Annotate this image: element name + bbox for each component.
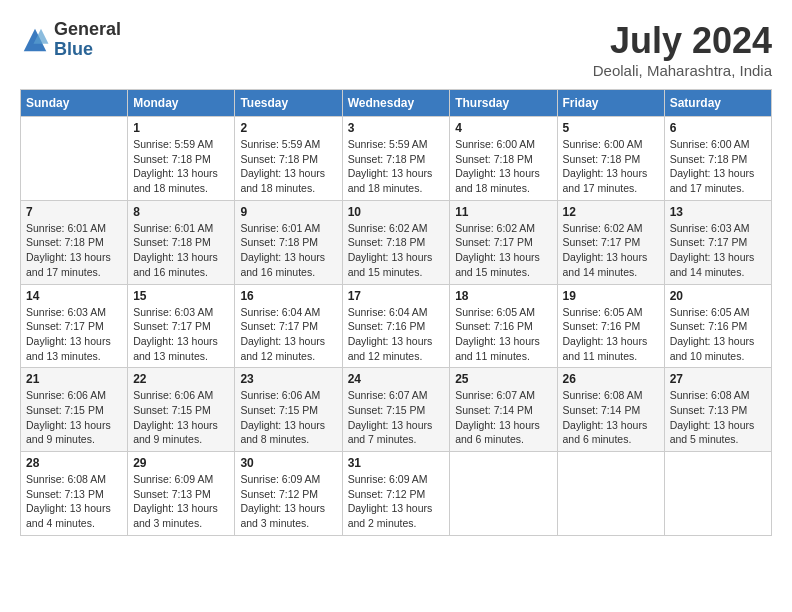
day-number: 7 xyxy=(26,205,122,219)
calendar-cell: 24Sunrise: 6:07 AM Sunset: 7:15 PM Dayli… xyxy=(342,368,450,452)
calendar-cell xyxy=(450,452,557,536)
day-info: Sunrise: 6:07 AM Sunset: 7:14 PM Dayligh… xyxy=(455,388,551,447)
day-number: 22 xyxy=(133,372,229,386)
calendar-cell: 9Sunrise: 6:01 AM Sunset: 7:18 PM Daylig… xyxy=(235,200,342,284)
title-area: July 2024 Deolali, Maharashtra, India xyxy=(593,20,772,79)
day-info: Sunrise: 6:02 AM Sunset: 7:18 PM Dayligh… xyxy=(348,221,445,280)
location: Deolali, Maharashtra, India xyxy=(593,62,772,79)
day-number: 13 xyxy=(670,205,766,219)
calendar-week-row: 14Sunrise: 6:03 AM Sunset: 7:17 PM Dayli… xyxy=(21,284,772,368)
calendar-cell: 21Sunrise: 6:06 AM Sunset: 7:15 PM Dayli… xyxy=(21,368,128,452)
day-info: Sunrise: 6:00 AM Sunset: 7:18 PM Dayligh… xyxy=(455,137,551,196)
day-number: 30 xyxy=(240,456,336,470)
day-number: 19 xyxy=(563,289,659,303)
day-info: Sunrise: 6:02 AM Sunset: 7:17 PM Dayligh… xyxy=(455,221,551,280)
weekday-header: Saturday xyxy=(664,90,771,117)
logo: General Blue xyxy=(20,20,121,60)
day-number: 4 xyxy=(455,121,551,135)
day-info: Sunrise: 6:00 AM Sunset: 7:18 PM Dayligh… xyxy=(670,137,766,196)
logo-line2: Blue xyxy=(54,40,121,60)
calendar-week-row: 28Sunrise: 6:08 AM Sunset: 7:13 PM Dayli… xyxy=(21,452,772,536)
calendar-cell: 20Sunrise: 6:05 AM Sunset: 7:16 PM Dayli… xyxy=(664,284,771,368)
day-number: 11 xyxy=(455,205,551,219)
calendar-cell: 18Sunrise: 6:05 AM Sunset: 7:16 PM Dayli… xyxy=(450,284,557,368)
calendar-cell: 22Sunrise: 6:06 AM Sunset: 7:15 PM Dayli… xyxy=(128,368,235,452)
month-year: July 2024 xyxy=(593,20,772,62)
logo-icon xyxy=(20,25,50,55)
day-number: 25 xyxy=(455,372,551,386)
calendar-cell: 29Sunrise: 6:09 AM Sunset: 7:13 PM Dayli… xyxy=(128,452,235,536)
calendar-cell: 23Sunrise: 6:06 AM Sunset: 7:15 PM Dayli… xyxy=(235,368,342,452)
day-number: 24 xyxy=(348,372,445,386)
weekday-header: Wednesday xyxy=(342,90,450,117)
calendar-cell: 1Sunrise: 5:59 AM Sunset: 7:18 PM Daylig… xyxy=(128,117,235,201)
day-number: 20 xyxy=(670,289,766,303)
calendar-cell: 6Sunrise: 6:00 AM Sunset: 7:18 PM Daylig… xyxy=(664,117,771,201)
day-info: Sunrise: 6:03 AM Sunset: 7:17 PM Dayligh… xyxy=(670,221,766,280)
calendar-cell: 2Sunrise: 5:59 AM Sunset: 7:18 PM Daylig… xyxy=(235,117,342,201)
page-header: General Blue July 2024 Deolali, Maharash… xyxy=(20,20,772,79)
day-number: 23 xyxy=(240,372,336,386)
day-number: 31 xyxy=(348,456,445,470)
logo-line1: General xyxy=(54,20,121,40)
day-number: 5 xyxy=(563,121,659,135)
day-number: 9 xyxy=(240,205,336,219)
day-number: 14 xyxy=(26,289,122,303)
calendar-cell: 12Sunrise: 6:02 AM Sunset: 7:17 PM Dayli… xyxy=(557,200,664,284)
day-info: Sunrise: 6:05 AM Sunset: 7:16 PM Dayligh… xyxy=(563,305,659,364)
day-info: Sunrise: 6:08 AM Sunset: 7:13 PM Dayligh… xyxy=(670,388,766,447)
weekday-header: Friday xyxy=(557,90,664,117)
day-info: Sunrise: 6:03 AM Sunset: 7:17 PM Dayligh… xyxy=(26,305,122,364)
calendar-cell: 3Sunrise: 5:59 AM Sunset: 7:18 PM Daylig… xyxy=(342,117,450,201)
day-info: Sunrise: 6:09 AM Sunset: 7:13 PM Dayligh… xyxy=(133,472,229,531)
day-info: Sunrise: 6:08 AM Sunset: 7:14 PM Dayligh… xyxy=(563,388,659,447)
day-number: 1 xyxy=(133,121,229,135)
calendar-cell xyxy=(557,452,664,536)
day-number: 21 xyxy=(26,372,122,386)
calendar-cell: 28Sunrise: 6:08 AM Sunset: 7:13 PM Dayli… xyxy=(21,452,128,536)
weekday-header-row: SundayMondayTuesdayWednesdayThursdayFrid… xyxy=(21,90,772,117)
day-info: Sunrise: 6:06 AM Sunset: 7:15 PM Dayligh… xyxy=(26,388,122,447)
day-info: Sunrise: 5:59 AM Sunset: 7:18 PM Dayligh… xyxy=(348,137,445,196)
calendar-table: SundayMondayTuesdayWednesdayThursdayFrid… xyxy=(20,89,772,536)
weekday-header: Thursday xyxy=(450,90,557,117)
day-info: Sunrise: 6:01 AM Sunset: 7:18 PM Dayligh… xyxy=(133,221,229,280)
day-number: 15 xyxy=(133,289,229,303)
day-number: 27 xyxy=(670,372,766,386)
day-info: Sunrise: 6:07 AM Sunset: 7:15 PM Dayligh… xyxy=(348,388,445,447)
day-info: Sunrise: 6:00 AM Sunset: 7:18 PM Dayligh… xyxy=(563,137,659,196)
day-number: 29 xyxy=(133,456,229,470)
day-info: Sunrise: 6:04 AM Sunset: 7:17 PM Dayligh… xyxy=(240,305,336,364)
calendar-cell: 26Sunrise: 6:08 AM Sunset: 7:14 PM Dayli… xyxy=(557,368,664,452)
day-info: Sunrise: 6:05 AM Sunset: 7:16 PM Dayligh… xyxy=(670,305,766,364)
day-number: 3 xyxy=(348,121,445,135)
day-info: Sunrise: 5:59 AM Sunset: 7:18 PM Dayligh… xyxy=(133,137,229,196)
day-info: Sunrise: 6:08 AM Sunset: 7:13 PM Dayligh… xyxy=(26,472,122,531)
day-info: Sunrise: 6:05 AM Sunset: 7:16 PM Dayligh… xyxy=(455,305,551,364)
day-number: 10 xyxy=(348,205,445,219)
calendar-cell: 25Sunrise: 6:07 AM Sunset: 7:14 PM Dayli… xyxy=(450,368,557,452)
calendar-cell: 30Sunrise: 6:09 AM Sunset: 7:12 PM Dayli… xyxy=(235,452,342,536)
calendar-week-row: 7Sunrise: 6:01 AM Sunset: 7:18 PM Daylig… xyxy=(21,200,772,284)
day-number: 6 xyxy=(670,121,766,135)
day-number: 2 xyxy=(240,121,336,135)
calendar-cell xyxy=(664,452,771,536)
day-number: 8 xyxy=(133,205,229,219)
calendar-cell: 27Sunrise: 6:08 AM Sunset: 7:13 PM Dayli… xyxy=(664,368,771,452)
calendar-cell: 19Sunrise: 6:05 AM Sunset: 7:16 PM Dayli… xyxy=(557,284,664,368)
calendar-cell: 31Sunrise: 6:09 AM Sunset: 7:12 PM Dayli… xyxy=(342,452,450,536)
calendar-cell: 17Sunrise: 6:04 AM Sunset: 7:16 PM Dayli… xyxy=(342,284,450,368)
calendar-cell: 14Sunrise: 6:03 AM Sunset: 7:17 PM Dayli… xyxy=(21,284,128,368)
calendar-cell: 8Sunrise: 6:01 AM Sunset: 7:18 PM Daylig… xyxy=(128,200,235,284)
day-number: 12 xyxy=(563,205,659,219)
day-info: Sunrise: 6:01 AM Sunset: 7:18 PM Dayligh… xyxy=(240,221,336,280)
day-info: Sunrise: 6:06 AM Sunset: 7:15 PM Dayligh… xyxy=(133,388,229,447)
weekday-header: Sunday xyxy=(21,90,128,117)
calendar-week-row: 1Sunrise: 5:59 AM Sunset: 7:18 PM Daylig… xyxy=(21,117,772,201)
calendar-cell: 10Sunrise: 6:02 AM Sunset: 7:18 PM Dayli… xyxy=(342,200,450,284)
calendar-cell: 13Sunrise: 6:03 AM Sunset: 7:17 PM Dayli… xyxy=(664,200,771,284)
day-number: 28 xyxy=(26,456,122,470)
calendar-cell: 16Sunrise: 6:04 AM Sunset: 7:17 PM Dayli… xyxy=(235,284,342,368)
day-number: 26 xyxy=(563,372,659,386)
day-number: 17 xyxy=(348,289,445,303)
